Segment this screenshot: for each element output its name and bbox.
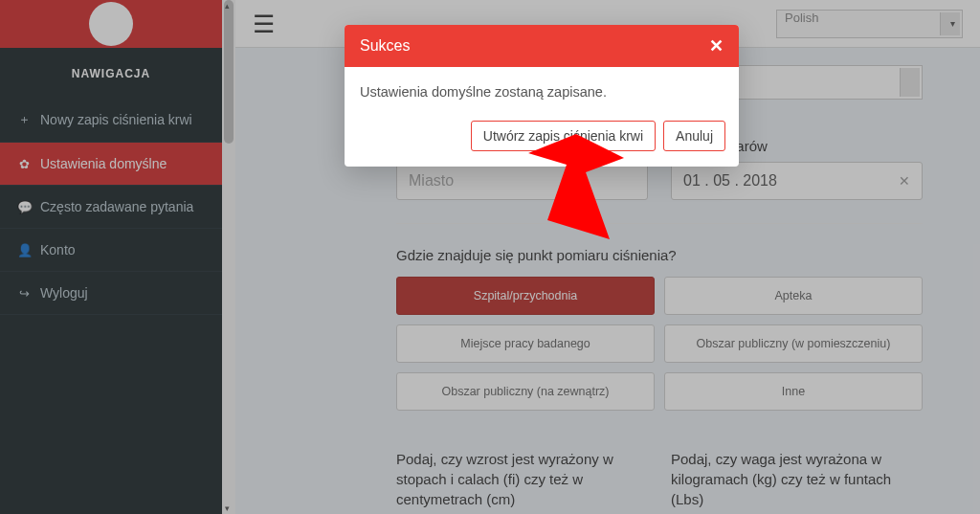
cancel-button[interactable]: Anuluj	[663, 121, 725, 151]
modal-title: Sukces	[360, 37, 410, 55]
modal-message: Ustawienia domyślne zostaną zapisane.	[345, 67, 739, 111]
create-record-button[interactable]: Utwórz zapis ciśnienia krwi	[471, 121, 656, 151]
close-icon[interactable]: ✕	[709, 35, 724, 56]
modal-footer: Utwórz zapis ciśnienia krwi Anuluj	[345, 111, 739, 167]
modal-header: Sukces ✕	[345, 25, 739, 67]
success-modal: Sukces ✕ Ustawienia domyślne zostaną zap…	[345, 25, 739, 167]
